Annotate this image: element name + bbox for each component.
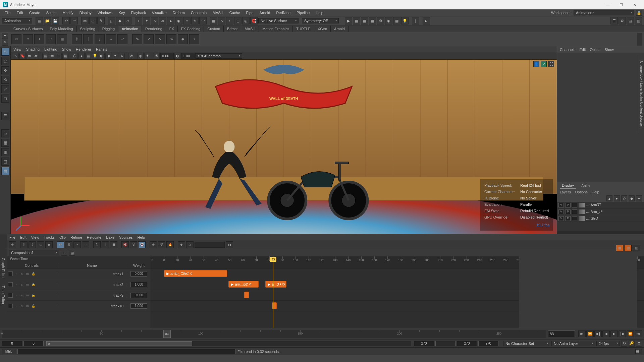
- te-delkey-button[interactable]: ◇: [186, 241, 194, 248]
- vp-ao-button[interactable]: ◑: [105, 53, 111, 59]
- light-editor-button[interactable]: 💡: [401, 17, 409, 24]
- menu-rednine[interactable]: RedNine: [273, 10, 293, 15]
- track-lock-icon[interactable]: 🔒: [31, 282, 36, 287]
- vp-textured-button[interactable]: ▦: [85, 53, 91, 59]
- menu-constrain[interactable]: Constrain: [188, 10, 209, 15]
- render-setup-button[interactable]: ⚙: [377, 17, 384, 24]
- track-solo-icon[interactable]: s: [19, 304, 24, 308]
- te-export-button[interactable]: ⇧: [29, 241, 36, 248]
- te-ghost-button[interactable]: 👻: [138, 241, 146, 248]
- range-start-field[interactable]: 0: [2, 341, 22, 346]
- layer-type-toggle[interactable]: [572, 203, 577, 207]
- chbox-menu-channels[interactable]: Channels: [560, 48, 575, 52]
- shelf-menu-button[interactable]: ▾: [2, 33, 8, 39]
- vp-user-icon[interactable]: 👤: [533, 61, 539, 67]
- layer-vis-toggle[interactable]: V: [558, 203, 564, 207]
- mask-curve-button[interactable]: ∿: [151, 17, 158, 24]
- te-relocator-button[interactable]: ⊕: [150, 241, 157, 248]
- menu-pipe[interactable]: Pipe: [244, 10, 256, 15]
- right-tab-strip[interactable]: Channel Box / Layer Editor Content Brows…: [638, 55, 644, 132]
- autokey-button[interactable]: 🔑: [629, 341, 635, 347]
- chbox-menu-edit[interactable]: Edit: [579, 48, 586, 52]
- shelf-tab-curves-surfaces[interactable]: Curves / Surfaces: [10, 26, 46, 32]
- menu-mash[interactable]: MASH: [210, 10, 226, 15]
- vp-imgplane-button[interactable]: ▭: [26, 53, 32, 59]
- menu-cache[interactable]: Cache: [227, 10, 243, 15]
- layout-two-button[interactable]: ▥: [1, 148, 9, 156]
- step-fwd-button[interactable]: ❙▶: [619, 330, 626, 337]
- live-surface-button[interactable]: 🧲: [250, 17, 258, 24]
- shelf-tab-rigging[interactable]: Rigging: [99, 26, 118, 32]
- shelf-tab-mash[interactable]: MASH: [241, 26, 259, 32]
- window-maximize-button[interactable]: ☐: [614, 0, 628, 9]
- menu-file[interactable]: File: [2, 10, 13, 15]
- shelf-icon-2[interactable]: ✦: [23, 34, 33, 44]
- mask-surface-button[interactable]: ▱: [159, 17, 166, 24]
- track-lock-icon[interactable]: 🔒: [31, 304, 36, 308]
- symmetry-dropdown[interactable]: Symmetry: Off: [302, 18, 339, 23]
- layer-playback-toggle[interactable]: P: [565, 203, 571, 207]
- render-view-button[interactable]: ▶: [345, 17, 352, 24]
- layer-scrollbar[interactable]: [557, 231, 644, 234]
- module-selector[interactable]: Animation: [2, 18, 32, 23]
- redo-button[interactable]: ↷: [70, 17, 78, 24]
- vp-resgate-button[interactable]: ◻: [56, 53, 62, 59]
- toggle-attr-button[interactable]: ▤: [627, 17, 634, 24]
- te-menu-bake[interactable]: Bake: [106, 235, 114, 239]
- move-tool[interactable]: ✥: [1, 66, 9, 74]
- anim-layer-dropdown[interactable]: No Anim Layer: [551, 341, 595, 346]
- shelf-icon-14[interactable]: ⇅: [166, 34, 176, 44]
- vp-bookmark-button[interactable]: 🔖: [19, 53, 25, 59]
- track-weight-field[interactable]: 1.000: [130, 282, 147, 287]
- mask-joint-button[interactable]: ✦: [143, 17, 150, 24]
- vp-msaa-button[interactable]: ✦: [112, 53, 118, 59]
- range-playend-field[interactable]: 270: [414, 341, 434, 346]
- layout-persp-button[interactable]: ◫: [1, 158, 9, 166]
- te-clear-button[interactable]: ⊘: [9, 241, 16, 248]
- script-lang-button[interactable]: MEL: [2, 349, 15, 354]
- te-menu-relocate[interactable]: Relocate: [87, 235, 101, 239]
- range-loop-button[interactable]: ↻: [621, 341, 627, 347]
- layer-playback-toggle[interactable]: P: [565, 209, 571, 214]
- shelf-icon-7[interactable]: ⎮: [83, 34, 93, 44]
- mask-handle-button[interactable]: +: [135, 17, 142, 24]
- te-menu-clip[interactable]: Clip: [59, 235, 66, 239]
- te-char-button[interactable]: 웃: [158, 241, 165, 248]
- undo-button[interactable]: ↶: [62, 17, 70, 24]
- layer-menu-options[interactable]: Options: [575, 190, 588, 194]
- toggle-toolsettings-button[interactable]: ⚙: [619, 17, 626, 24]
- menu-help[interactable]: Help: [313, 10, 326, 15]
- snap-grid-button[interactable]: ▦: [210, 17, 217, 24]
- vp-menu-panels[interactable]: Panels: [96, 47, 107, 51]
- sel-hierarchy-button[interactable]: ⬚: [108, 17, 115, 24]
- track-mute-icon[interactable]: m: [25, 272, 30, 276]
- script-editor-button[interactable]: ▤: [635, 349, 642, 354]
- vp-wireframe-button[interactable]: ⬡: [72, 53, 78, 59]
- layer-new-empty-button[interactable]: ◇: [621, 195, 627, 201]
- te-ripple-button[interactable]: ⇄: [57, 241, 64, 248]
- track-enable-toggle[interactable]: [8, 304, 13, 308]
- step-fwd-key-button[interactable]: ⏩: [627, 330, 634, 337]
- layer-type-toggle[interactable]: [572, 209, 577, 214]
- shelf-icon-9[interactable]: ↔: [106, 34, 116, 44]
- te-hold-button[interactable]: ⏸: [102, 241, 109, 248]
- shelf-icon-3[interactable]: ⚬: [34, 34, 44, 44]
- track-enable-toggle[interactable]: [8, 272, 13, 276]
- window-close-button[interactable]: ✕: [628, 0, 641, 9]
- select-mode-button[interactable]: ▭: [81, 17, 89, 24]
- te-view3-button[interactable]: ▥: [633, 245, 640, 251]
- range-anim-end-field[interactable]: 270: [478, 341, 498, 346]
- graph-editor-tab[interactable]: Graph Editor: [1, 258, 5, 279]
- shelf-tab-rendering[interactable]: Rendering: [142, 26, 166, 32]
- shelf-tab-animation[interactable]: Animation: [118, 26, 142, 32]
- layer-row[interactable]: VP...::Arm_LF: [557, 208, 644, 215]
- timeslider-current[interactable]: 83: [163, 330, 171, 338]
- chbox-menu-object[interactable]: Object: [590, 48, 600, 52]
- menu-create[interactable]: Create: [26, 10, 43, 15]
- menu-windows[interactable]: Windows: [95, 10, 115, 15]
- prefs-button[interactable]: ⚙: [636, 341, 642, 347]
- vp-menu-view[interactable]: View: [13, 47, 21, 51]
- vp-cam-button[interactable]: ⌂: [13, 53, 19, 59]
- track-weight-field[interactable]: 0.000: [130, 271, 147, 277]
- layer-add-button[interactable]: +: [636, 195, 642, 201]
